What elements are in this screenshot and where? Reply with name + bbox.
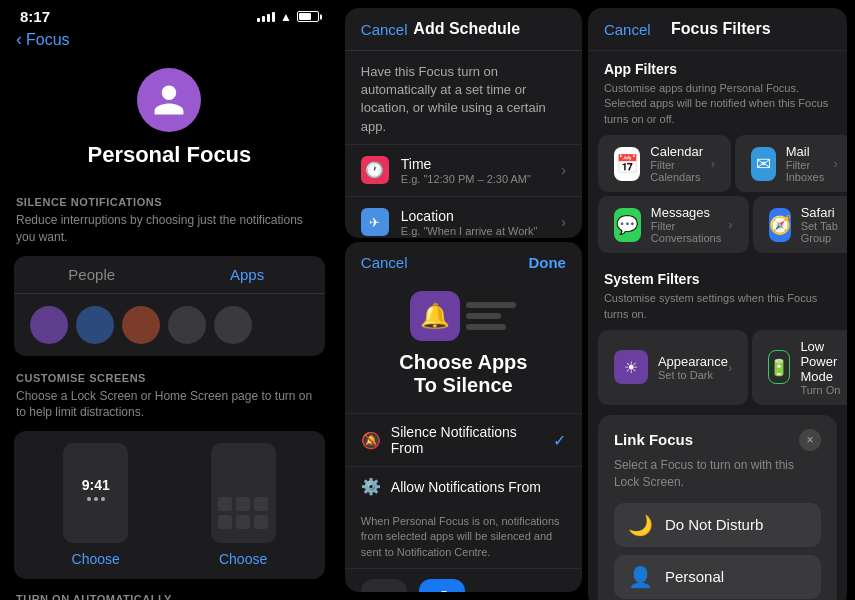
link-focus-close-button[interactable]: ×	[799, 429, 821, 451]
calendar-chevron-icon: ›	[711, 156, 715, 171]
dot-1	[87, 497, 91, 501]
back-label: Focus	[26, 31, 70, 49]
allow-from-option[interactable]: ⚙️ Allow Notifications From	[345, 466, 582, 506]
silence-from-icon: 🔕	[361, 431, 381, 450]
filter-appearance-info: Appearance Set to Dark	[658, 354, 728, 381]
filter-messages-info: Messages Filter Conversations	[651, 205, 728, 244]
home-screen-grid	[212, 491, 274, 535]
schedule-cancel-button[interactable]: Cancel	[361, 21, 408, 38]
safari-name: Safari	[801, 205, 847, 220]
choose-apps-done-button[interactable]: Done	[528, 254, 566, 271]
filters-panel-title: Focus Filters	[671, 20, 771, 38]
filter-row-2: 💬 Messages Filter Conversations › 🧭 Safa…	[598, 196, 837, 253]
filter-messages[interactable]: 💬 Messages Filter Conversations ›	[598, 196, 749, 253]
personal-option[interactable]: 👤 Personal	[614, 555, 821, 599]
signal-bar-3	[267, 14, 270, 22]
home-screen-mockup	[211, 443, 276, 543]
do-not-disturb-label: Do Not Disturb	[665, 516, 763, 533]
choose-apps-cancel-button[interactable]: Cancel	[361, 254, 408, 271]
lock-screen-item: 9:41 Choose	[30, 443, 161, 567]
system-filter-row: ☀ Appearance Set to Dark › 🔋 Low Power M…	[598, 330, 837, 405]
allow-from-icon: ⚙️	[361, 477, 381, 496]
appearance-sub: Set to Dark	[658, 369, 728, 381]
lock-screen-choose-button[interactable]: Choose	[72, 551, 120, 567]
schedule-option-time[interactable]: 🕐 Time E.g. "12:30 PM – 2:30 AM" ›	[345, 144, 582, 196]
lock-screen-time: 9:41	[82, 477, 110, 493]
focus-avatar	[137, 68, 201, 132]
app-dot	[254, 515, 268, 529]
right-panel: Cancel Focus Filters App Filters Customi…	[588, 8, 847, 600]
link-focus-header: Link Focus ×	[614, 429, 821, 451]
person-focus-icon: 👤	[628, 565, 653, 589]
choose-apps-hero: 🔔 Choose AppsTo Silence	[345, 283, 582, 413]
status-icons: ▲	[257, 10, 319, 24]
low-power-icon: 🔋	[768, 350, 790, 384]
back-button[interactable]: ‹ Focus	[0, 29, 339, 58]
filter-appearance-left: ☀ Appearance Set to Dark	[614, 350, 728, 384]
lock-screen-dots	[87, 497, 105, 501]
moon-icon: 🌙	[628, 513, 653, 537]
do-not-disturb-option[interactable]: 🌙 Do Not Disturb	[614, 503, 821, 547]
appearance-name: Appearance	[658, 354, 728, 369]
filter-low-power[interactable]: 🔋 Low Power Mode Turn On ›	[752, 330, 847, 405]
filter-calendar[interactable]: 📅 Calendar Filter Calendars ›	[598, 135, 731, 192]
facebook-app-item: f Facebook	[419, 579, 465, 592]
hero-main-icon: 🔔	[410, 291, 460, 341]
customise-desc: Choose a Lock Screen or Home Screen page…	[0, 388, 339, 432]
safari-icon: 🧭	[769, 208, 791, 242]
messages-chevron-icon: ›	[728, 217, 732, 232]
tab-apps[interactable]: Apps	[169, 256, 324, 293]
signal-bars-icon	[257, 12, 275, 22]
app-dot	[236, 497, 250, 511]
app-dot	[218, 515, 232, 529]
schedule-panel-header: Cancel Add Schedule	[345, 8, 582, 51]
tab-people[interactable]: People	[14, 256, 169, 293]
safari-sub: Set Tab Group	[801, 220, 847, 244]
apps-row: + Add f Facebook	[345, 568, 582, 592]
chevron-right-icon: ›	[561, 214, 566, 230]
filter-safari-left: 🧭 Safari Set Tab Group	[769, 205, 847, 244]
filter-low-power-info: Low Power Mode Turn On	[800, 339, 847, 396]
add-schedule-panel: Cancel Add Schedule Have this Focus turn…	[345, 8, 582, 238]
home-screen-choose-button[interactable]: Choose	[219, 551, 267, 567]
chevron-right-icon: ›	[561, 162, 566, 178]
filter-row-1: 📅 Calendar Filter Calendars › ✉ Mail Fil…	[598, 135, 837, 192]
silence-note: When Personal Focus is on, notifications…	[345, 506, 582, 568]
battery-fill	[299, 13, 312, 20]
signal-bar-4	[272, 12, 275, 22]
home-screen-item: Choose	[177, 443, 308, 567]
filter-safari[interactable]: 🧭 Safari Set Tab Group ›	[753, 196, 847, 253]
system-filters-title: System Filters	[588, 261, 847, 291]
customise-screens-section: CUSTOMISE SCREENS Choose a Lock Screen o…	[0, 372, 339, 580]
schedule-option-location[interactable]: ✈ Location E.g. "When I arrive at Work" …	[345, 196, 582, 238]
choose-apps-title: Choose AppsTo Silence	[399, 351, 527, 397]
filters-cancel-button[interactable]: Cancel	[604, 21, 651, 38]
silence-section-label: SILENCE NOTIFICATIONS	[0, 184, 339, 212]
hero-lines	[466, 302, 516, 330]
close-icon: ×	[806, 433, 813, 447]
link-focus-title: Link Focus	[614, 431, 693, 448]
link-focus-desc: Select a Focus to turn on with this Lock…	[614, 457, 821, 491]
schedule-location-sub: E.g. "When I arrive at Work"	[401, 225, 538, 237]
mail-sub: Filter Inboxes	[786, 159, 834, 183]
schedule-option-time-left: 🕐 Time E.g. "12:30 PM – 2:30 AM"	[361, 156, 531, 185]
add-app-button[interactable]: +	[361, 579, 407, 592]
hero-line-2	[466, 313, 501, 319]
silence-from-check-icon: ✓	[553, 431, 566, 450]
calendar-name: Calendar	[650, 144, 710, 159]
messages-sub: Filter Conversations	[651, 220, 728, 244]
filter-mail[interactable]: ✉ Mail Filter Inboxes ›	[735, 135, 847, 192]
filter-appearance[interactable]: ☀ Appearance Set to Dark ›	[598, 330, 748, 405]
lock-screen-mockup: 9:41	[63, 443, 128, 543]
focus-header: Personal Focus	[0, 58, 339, 184]
personal-label: Personal	[665, 568, 724, 585]
battery-icon	[297, 11, 319, 22]
mail-chevron-icon: ›	[834, 156, 838, 171]
silence-from-option[interactable]: 🔕 Silence Notifications From ✓	[345, 413, 582, 466]
facebook-icon[interactable]: f	[419, 579, 465, 592]
wifi-icon: ▲	[280, 10, 292, 24]
avatar-4	[168, 306, 206, 344]
filter-safari-info: Safari Set Tab Group	[801, 205, 847, 244]
app-dot	[254, 497, 268, 511]
avatar-5	[214, 306, 252, 344]
